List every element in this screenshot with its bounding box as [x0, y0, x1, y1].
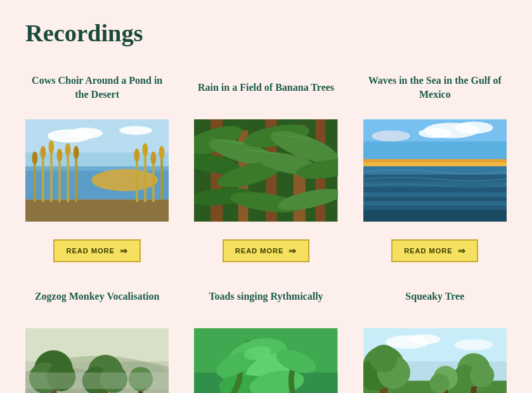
svg-rect-84: [25, 373, 169, 389]
arrow-icon-3: ⇒: [458, 246, 466, 256]
svg-point-52: [454, 121, 493, 133]
card-image-3: [363, 112, 507, 229]
card-image-6: [363, 321, 507, 393]
svg-rect-66: [363, 210, 507, 222]
svg-point-53: [418, 128, 451, 138]
read-more-button-3[interactable]: READ MORE ⇒: [391, 239, 478, 262]
svg-rect-64: [363, 201, 507, 206]
svg-rect-65: [363, 206, 507, 210]
svg-rect-13: [34, 158, 36, 203]
card-title-2: Rain in a Field of Banana Trees: [198, 72, 334, 103]
svg-rect-21: [136, 156, 138, 203]
svg-point-100: [454, 339, 493, 350]
card-image-4: [25, 321, 169, 393]
svg-rect-61: [363, 187, 507, 192]
svg-point-27: [151, 151, 157, 164]
card-title-6: Squeaky Tree: [405, 281, 464, 312]
svg-rect-8: [25, 199, 169, 222]
read-more-label-2: READ MORE: [235, 247, 283, 255]
svg-point-4: [119, 126, 152, 135]
svg-rect-22: [144, 150, 146, 203]
recording-card: Zogzog Monkey Vocalisation: [25, 281, 169, 393]
svg-point-28: [159, 146, 165, 159]
arrow-icon-2: ⇒: [289, 246, 297, 256]
svg-rect-9: [42, 152, 44, 202]
svg-point-107: [370, 345, 398, 373]
svg-point-16: [49, 140, 55, 154]
svg-rect-14: [75, 152, 77, 202]
recording-card: Rain in a Field of Banana Trees: [194, 72, 337, 262]
arrow-icon-1: ⇒: [120, 246, 128, 256]
svg-rect-23: [152, 158, 154, 203]
page-title: Recordings: [25, 13, 507, 47]
card-title-3: Waves in the Sea in the Gulf of Mexico: [363, 72, 507, 103]
recording-card: Waves in the Sea in the Gulf of Mexico: [363, 72, 507, 262]
recording-card: Squeaky Tree: [363, 281, 507, 393]
recordings-grid: Cows Choir Around a Pond in the Desert: [25, 72, 507, 393]
recording-card: Toads singing Rythmically: [194, 281, 337, 393]
svg-point-25: [134, 149, 139, 162]
svg-point-3: [70, 128, 103, 138]
svg-point-15: [41, 146, 46, 159]
svg-rect-12: [67, 150, 68, 203]
svg-rect-6: [25, 166, 169, 171]
svg-point-111: [470, 363, 494, 387]
svg-rect-63: [363, 197, 507, 201]
svg-point-17: [57, 149, 63, 162]
read-more-button-2[interactable]: READ MORE ⇒: [223, 239, 309, 262]
svg-point-19: [32, 151, 37, 164]
svg-point-26: [143, 143, 148, 156]
svg-rect-10: [50, 147, 52, 203]
svg-point-114: [429, 373, 449, 393]
card-title-5: Toads singing Rythmically: [209, 281, 323, 312]
svg-rect-11: [58, 156, 60, 203]
svg-point-18: [65, 143, 71, 156]
svg-point-99: [407, 335, 440, 345]
svg-point-20: [74, 146, 79, 159]
recording-card: Cows Choir Around a Pond in the Desert: [25, 72, 169, 262]
read-more-label-1: READ MORE: [66, 247, 114, 255]
card-image-5: [194, 321, 337, 393]
card-image-1: [25, 112, 169, 229]
svg-point-54: [372, 130, 410, 141]
card-title-4: Zogzog Monkey Vocalisation: [35, 281, 159, 312]
svg-rect-62: [363, 192, 507, 197]
card-image-2: [194, 112, 337, 229]
read-more-label-3: READ MORE: [404, 247, 452, 255]
svg-rect-56: [363, 163, 507, 167]
card-title-1: Cows Choir Around a Pond in the Desert: [25, 72, 169, 103]
svg-point-7: [91, 169, 157, 191]
read-more-button-1[interactable]: READ MORE ⇒: [53, 239, 140, 262]
svg-rect-24: [160, 152, 162, 199]
